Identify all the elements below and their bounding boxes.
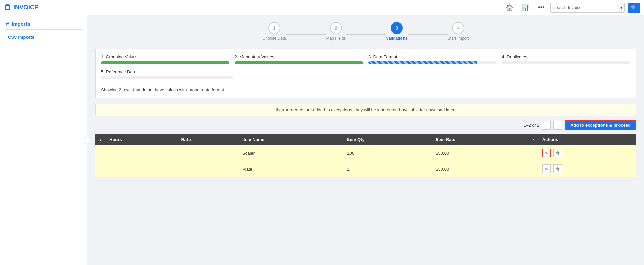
row1-col-arrow bbox=[528, 145, 538, 161]
more-button[interactable]: ••• bbox=[535, 3, 547, 12]
section-5-bar-track bbox=[101, 76, 233, 79]
section-1-bar-track bbox=[101, 61, 229, 64]
step-3-label: Validations bbox=[386, 36, 407, 41]
row1-col-rate bbox=[177, 145, 238, 161]
section-1-label: 1. Grouping Value bbox=[101, 54, 229, 59]
search-dropdown[interactable]: ▾ bbox=[618, 3, 624, 12]
sidebar-item-csv-imports[interactable]: CSV Imports bbox=[0, 32, 87, 42]
row2-actions: ✎ 🗑 bbox=[538, 161, 636, 177]
row2-col-item-rate: $30.00 bbox=[432, 161, 528, 177]
step-4-circle: 4 bbox=[452, 22, 464, 34]
row2-col-arrow bbox=[528, 161, 538, 177]
table-header-row: ‹ Hours Rate Item Name Item Qty Item Rat… bbox=[95, 134, 636, 145]
section-3-bar-track bbox=[368, 61, 497, 64]
table-col-item-rate: Item Rate bbox=[432, 134, 528, 145]
validation-sections: 1. Grouping Value 2. Mandatory Values 3.… bbox=[101, 54, 630, 64]
validation-card: 1. Grouping Value 2. Mandatory Values 3.… bbox=[95, 49, 636, 98]
step-1: 1 Choose Data bbox=[263, 22, 286, 41]
row1-col-nav bbox=[95, 145, 105, 161]
table-col-item-qty: Item Qty bbox=[343, 134, 432, 145]
section-3-bar-fill bbox=[368, 61, 477, 64]
sidebar-collapse-button[interactable]: ‹ bbox=[84, 137, 91, 144]
showing-info-text: Showing 2 rows that do not have values w… bbox=[101, 83, 630, 92]
row1-delete-button[interactable]: 🗑 bbox=[553, 149, 562, 157]
validation-section-2: 2. Mandatory Values bbox=[235, 54, 363, 64]
sidebar: ↩ Imports CSV Imports ‹ bbox=[0, 15, 87, 265]
step-3-circle: 3 bbox=[391, 22, 403, 34]
step-2: 2 Map Fields bbox=[326, 22, 346, 41]
step-4: 4 Start Import bbox=[448, 22, 469, 41]
validation-section-4: 4. Duplicates bbox=[502, 54, 631, 64]
step-2-label: Map Fields bbox=[326, 36, 346, 41]
section-4-bar-track bbox=[502, 61, 631, 64]
info-message: If error records are added to exceptions… bbox=[95, 104, 636, 116]
row1-actions: ✎ 🗑 bbox=[538, 145, 636, 161]
pagination-next-button[interactable]: › bbox=[553, 121, 562, 130]
row2-col-hours bbox=[105, 161, 177, 177]
section-4-label: 4. Duplicates bbox=[502, 54, 631, 59]
section-3-label: 3. Data Format bbox=[368, 54, 497, 59]
pagination-prev-button[interactable]: ‹ bbox=[542, 121, 551, 130]
section-5-label: 5. Reference Data bbox=[101, 69, 630, 74]
row2-col-rate bbox=[177, 161, 238, 177]
table-row: Plate 1 $30.00 ✎ 🗑 bbox=[95, 161, 636, 177]
table-col-actions: Actions bbox=[538, 134, 636, 145]
row1-col-item-rate: $50.00 bbox=[432, 145, 528, 161]
sidebar-divider bbox=[5, 29, 82, 30]
section-2-bar-track bbox=[235, 61, 363, 64]
section-1-bar-fill bbox=[101, 61, 229, 64]
main-content: 1 Choose Data 2 Map Fields 3 Validations… bbox=[87, 15, 644, 265]
chart-button[interactable]: 📊 bbox=[519, 3, 532, 13]
add-exceptions-button[interactable]: Add to exceptions & proceed bbox=[565, 120, 636, 130]
step-1-label: Choose Data bbox=[263, 36, 286, 41]
row1-edit-button[interactable]: ✎ bbox=[542, 149, 551, 157]
navbar: 🗒 INVOICE 🏠 📊 ••• ▾ 🔍 bbox=[0, 0, 644, 15]
table-col-rate: Rate bbox=[177, 134, 238, 145]
validation-section-5: 5. Reference Data bbox=[101, 69, 630, 79]
table-col-hours: Hours bbox=[105, 134, 177, 145]
section-2-bar-fill bbox=[235, 61, 363, 64]
app-title: INVOICE bbox=[13, 4, 38, 11]
main-layout: ↩ Imports CSV Imports ‹ 1 Choose Data 2 … bbox=[0, 15, 644, 265]
sidebar-section-title-text: Imports bbox=[12, 21, 30, 27]
data-table: ‹ Hours Rate Item Name Item Qty Item Rat… bbox=[95, 134, 636, 177]
row1-col-item-qty: 100 bbox=[343, 145, 432, 161]
row2-edit-button[interactable]: ✎ bbox=[542, 164, 551, 173]
step-line-1 bbox=[286, 34, 326, 35]
validation-section-3: 3. Data Format bbox=[368, 54, 497, 64]
step-line-2 bbox=[346, 34, 386, 35]
validation-section-1: 1. Grouping Value bbox=[101, 54, 229, 64]
search-input[interactable] bbox=[551, 3, 618, 12]
row2-delete-button[interactable]: 🗑 bbox=[553, 164, 562, 173]
row2-col-nav bbox=[95, 161, 105, 177]
row1-col-item-name: Scaler bbox=[238, 145, 343, 161]
home-button[interactable]: 🏠 bbox=[503, 3, 516, 13]
table-controls: 1–2 of 2 ‹ › Add to exceptions & proceed bbox=[95, 120, 636, 130]
stepper: 1 Choose Data 2 Map Fields 3 Validations… bbox=[95, 22, 636, 41]
step-2-circle: 2 bbox=[330, 22, 342, 34]
row1-col-hours bbox=[105, 145, 177, 161]
step-line-3 bbox=[408, 34, 448, 35]
pagination-info: 1–2 of 2 bbox=[524, 123, 539, 128]
app-logo: 🗒 INVOICE bbox=[4, 3, 38, 12]
search-button[interactable]: 🔍 bbox=[628, 3, 640, 13]
sidebar-section-imports: ↩ Imports bbox=[0, 21, 87, 29]
section-2-label: 2. Mandatory Values bbox=[235, 54, 363, 59]
step-3: 3 Validations bbox=[386, 22, 407, 41]
logo-icon: 🗒 bbox=[4, 3, 11, 12]
imports-arrow-icon: ↩ bbox=[5, 21, 10, 27]
table-col-item-name: Item Name bbox=[238, 134, 343, 145]
search-wrapper: ▾ bbox=[550, 3, 625, 13]
row2-col-item-name: Plate bbox=[238, 161, 343, 177]
step-4-label: Start Import bbox=[448, 36, 469, 41]
table-col-nav-left[interactable]: ‹ bbox=[95, 134, 105, 145]
table-row: Scaler 100 $50.00 ✎ 🗑 bbox=[95, 145, 636, 161]
row2-col-item-qty: 1 bbox=[343, 161, 432, 177]
table-col-nav-right[interactable]: › bbox=[528, 134, 538, 145]
step-1-circle: 1 bbox=[268, 22, 280, 34]
